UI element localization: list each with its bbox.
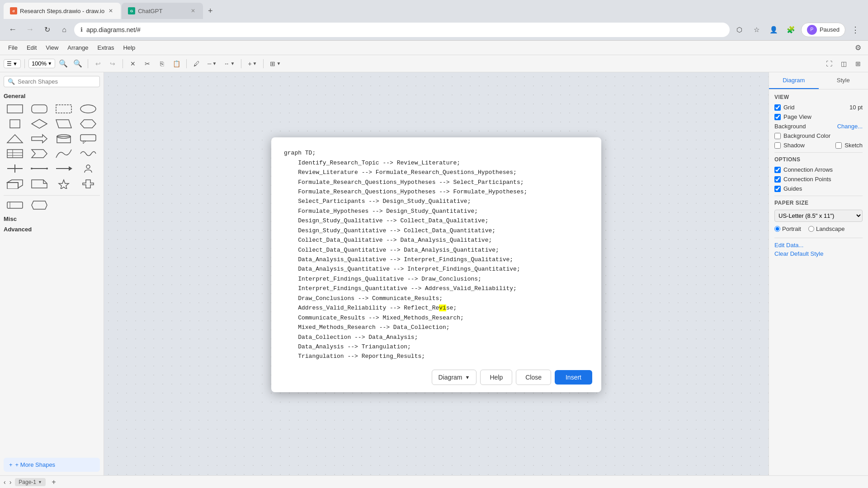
shape-arrow-line[interactable] — [52, 162, 75, 175]
back-button[interactable]: ← — [5, 23, 20, 37]
shape-rectangle[interactable] — [4, 102, 26, 116]
landscape-radio[interactable] — [808, 226, 814, 232]
reload-button[interactable]: ↻ — [40, 23, 54, 37]
delete-button[interactable]: ✕ — [127, 57, 139, 70]
misc-category-label[interactable]: Misc — [4, 214, 100, 224]
svg-marker-7 — [80, 120, 96, 128]
paper-size-select[interactable]: US-Letter (8.5" x 11") — [774, 210, 863, 222]
paused-button[interactable]: P Paused — [801, 23, 845, 37]
menu-view[interactable]: View — [41, 42, 63, 53]
menu-file[interactable]: File — [4, 42, 22, 53]
extensions-button[interactable]: 🧩 — [784, 23, 798, 37]
help-button[interactable]: Help — [480, 370, 512, 385]
table-button[interactable]: ⊞▼ — [267, 59, 283, 68]
zoom-in-button[interactable]: 🔍 — [57, 57, 70, 70]
shape-diamond[interactable] — [28, 117, 51, 131]
shape-hexagon[interactable] — [77, 117, 99, 131]
line-style-button[interactable]: ─▼ — [205, 60, 219, 68]
menu-extras[interactable]: Extras — [93, 42, 119, 53]
shape-line[interactable] — [28, 162, 51, 175]
fullscreen-button[interactable]: ⛶ — [823, 57, 835, 70]
connection-arrows-checkbox[interactable] — [774, 167, 781, 173]
shape-cylinder[interactable] — [52, 132, 75, 145]
shape-arrow-right[interactable] — [28, 132, 51, 145]
bookmark-button[interactable]: ☆ — [750, 23, 764, 37]
shape-person[interactable] — [77, 162, 99, 175]
shape-star[interactable] — [52, 177, 75, 191]
menu-settings-icon[interactable]: ⚙ — [852, 42, 864, 54]
home-button[interactable]: ⌂ — [57, 23, 71, 37]
shape-rect-dash[interactable] — [52, 102, 75, 116]
menu-edit[interactable]: Edit — [22, 42, 41, 53]
zoom-select-wrapper[interactable]: 100% ▼ — [28, 59, 55, 68]
shape-wave[interactable] — [77, 147, 99, 160]
shape-step[interactable] — [28, 147, 51, 160]
cast-button[interactable]: ⬡ — [732, 23, 747, 37]
clear-style-link[interactable]: Clear Default Style — [774, 250, 863, 257]
undo-button[interactable]: ↩ — [92, 57, 104, 70]
paste-button[interactable]: 📋 — [170, 57, 183, 70]
shape-misc-1[interactable] — [4, 198, 26, 212]
shadow-checkbox[interactable] — [774, 142, 781, 149]
shape-cross[interactable] — [4, 162, 26, 175]
more-shapes-button[interactable]: + + More Shapes — [4, 458, 100, 472]
zoom-out-button[interactable]: 🔍 — [71, 57, 84, 70]
redo-button[interactable]: ↪ — [106, 57, 119, 70]
search-shapes-input[interactable] — [18, 78, 96, 85]
svg-rect-12 — [80, 135, 96, 141]
advanced-category-label[interactable]: Advanced — [4, 224, 100, 235]
sketch-checkbox[interactable] — [835, 142, 842, 149]
connection-points-checkbox[interactable] — [774, 176, 781, 183]
grid-checkbox[interactable] — [774, 104, 781, 111]
browser-tab-drawio[interactable]: d Research Steps.drawio - draw.io ✕ — [4, 3, 121, 19]
format-button[interactable]: 🖊 — [190, 57, 203, 70]
cut-button[interactable]: ✂ — [141, 57, 154, 70]
background-change-link[interactable]: Change... — [837, 123, 863, 130]
copy-button[interactable]: ⎘ — [156, 57, 168, 70]
shape-process[interactable] — [4, 117, 26, 131]
diagram-dropdown-button[interactable]: Diagram ▼ — [432, 370, 477, 385]
menu-help[interactable]: Help — [118, 42, 140, 53]
portrait-radio[interactable] — [774, 226, 780, 232]
shape-rounded-rect[interactable] — [28, 102, 51, 116]
tab-diagram[interactable]: Diagram — [769, 72, 819, 89]
address-text: app.diagrams.net/# — [86, 26, 141, 33]
shape-misc-2[interactable] — [28, 198, 51, 212]
add-page-button[interactable]: + — [49, 478, 58, 487]
new-tab-button[interactable]: + — [204, 5, 217, 17]
search-shapes-container[interactable]: 🔍 — [4, 76, 100, 87]
page-tab[interactable]: Page-1 ▼ — [15, 478, 46, 486]
menu-arrange[interactable]: Arrange — [63, 42, 93, 53]
expand-button[interactable]: ⊞ — [852, 57, 864, 70]
shape-triangle[interactable] — [4, 132, 26, 145]
close-tab-chatgpt-icon[interactable]: ✕ — [189, 7, 197, 14]
sidebar-toggle-button[interactable]: ☰▼ — [4, 59, 21, 68]
close-button[interactable]: Close — [516, 370, 551, 385]
guides-checkbox[interactable] — [774, 186, 781, 192]
shape-table[interactable] — [4, 147, 26, 160]
tab-style[interactable]: Style — [819, 72, 868, 89]
waypoint-button[interactable]: ↔▼ — [221, 60, 237, 68]
background-color-checkbox[interactable] — [774, 133, 781, 139]
shape-box3d[interactable] — [4, 177, 26, 191]
shape-parallelogram[interactable] — [52, 117, 75, 131]
prev-page-button[interactable]: ‹ — [4, 479, 6, 486]
shape-callout[interactable] — [77, 132, 99, 145]
browser-tab-chatgpt[interactable]: G ChatGPT ✕ — [122, 3, 203, 19]
profile-button[interactable]: 👤 — [767, 23, 781, 37]
next-page-button[interactable]: › — [9, 479, 12, 486]
insert-button-dialog[interactable]: Insert — [555, 370, 592, 385]
shape-note[interactable] — [28, 177, 51, 191]
shape-curve[interactable] — [52, 147, 75, 160]
page-view-checkbox[interactable] — [774, 114, 781, 120]
shape-ellipse[interactable] — [77, 102, 99, 116]
edit-data-link[interactable]: Edit Data... — [774, 242, 863, 249]
address-bar[interactable]: ℹ app.diagrams.net/# — [74, 23, 730, 37]
format-panel-button[interactable]: ◫ — [837, 57, 850, 70]
general-category-label[interactable]: General — [4, 92, 100, 102]
diagram-code-area[interactable]: graph TD; Identify_Research_Topic --> Re… — [280, 146, 592, 363]
shape-plus[interactable] — [77, 177, 99, 191]
insert-button[interactable]: +▼ — [245, 59, 259, 68]
menu-button[interactable]: ⋮ — [848, 23, 863, 37]
close-tab-drawio-icon[interactable]: ✕ — [107, 7, 114, 14]
